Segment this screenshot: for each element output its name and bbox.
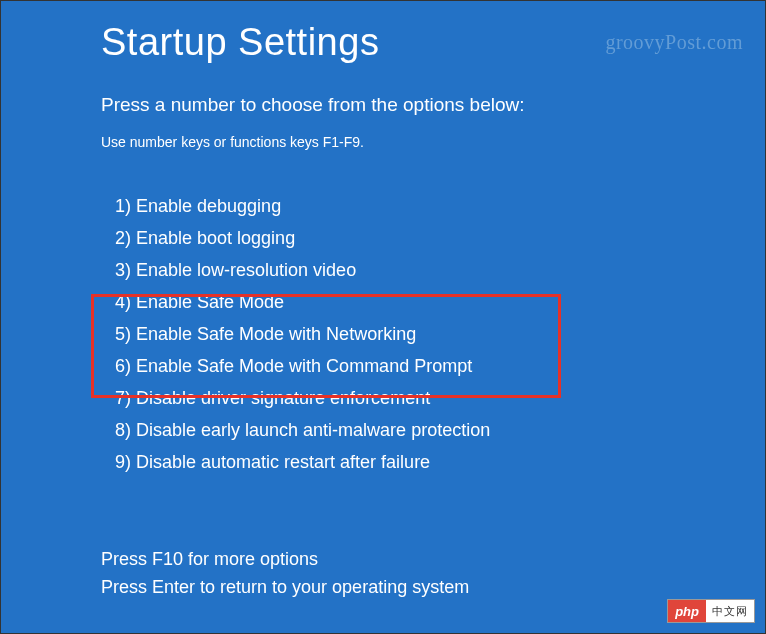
footer: Press F10 for more options Press Enter t… xyxy=(101,545,469,601)
option-4-safe-mode[interactable]: 4) Enable Safe Mode xyxy=(101,286,765,318)
instruction-text: Press a number to choose from the option… xyxy=(101,94,765,116)
option-7-disable-driver-sig[interactable]: 7) Disable driver signature enforcement xyxy=(101,382,765,414)
footer-enter-hint: Press Enter to return to your operating … xyxy=(101,573,469,601)
site-badge: php 中文网 xyxy=(667,599,755,623)
option-8-disable-antimalware[interactable]: 8) Disable early launch anti-malware pro… xyxy=(101,414,765,446)
footer-f10-hint: Press F10 for more options xyxy=(101,545,469,573)
option-1-debugging[interactable]: 1) Enable debugging xyxy=(101,190,765,222)
startup-settings-screen: Startup Settings Press a number to choos… xyxy=(1,1,765,478)
option-2-boot-logging[interactable]: 2) Enable boot logging xyxy=(101,222,765,254)
hint-text: Use number keys or functions keys F1-F9. xyxy=(101,134,765,150)
option-3-low-res-video[interactable]: 3) Enable low-resolution video xyxy=(101,254,765,286)
badge-right: 中文网 xyxy=(706,600,754,622)
badge-left: php xyxy=(668,600,706,622)
option-9-disable-auto-restart[interactable]: 9) Disable automatic restart after failu… xyxy=(101,446,765,478)
option-6-safe-mode-cmd[interactable]: 6) Enable Safe Mode with Command Prompt xyxy=(101,350,765,382)
option-5-safe-mode-networking[interactable]: 5) Enable Safe Mode with Networking xyxy=(101,318,765,350)
options-list: 1) Enable debugging 2) Enable boot loggi… xyxy=(101,190,765,478)
watermark-text: groovyPost.com xyxy=(605,31,743,54)
